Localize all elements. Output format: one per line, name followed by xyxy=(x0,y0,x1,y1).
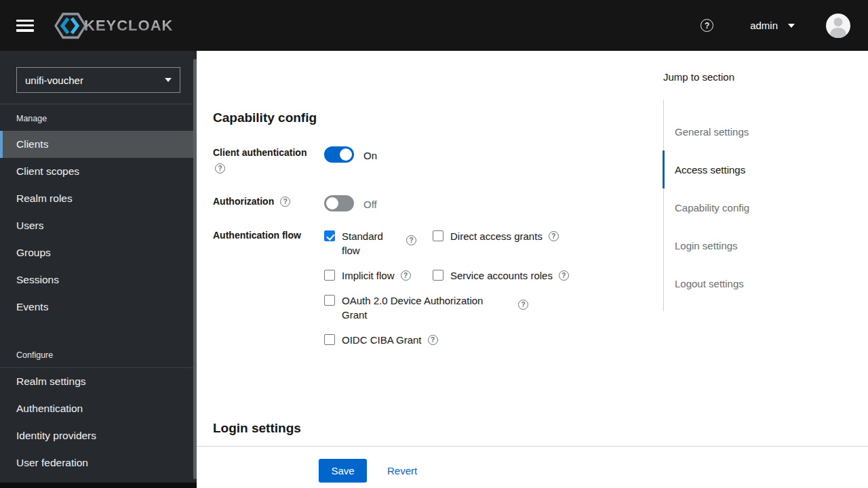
help-icon[interactable]: ? xyxy=(701,19,713,32)
authorization-help-icon[interactable]: ? xyxy=(280,197,290,207)
sidebar-item-users[interactable]: Users xyxy=(0,212,193,239)
sidebar-item-identity-providers[interactable]: Identity providers xyxy=(0,422,193,449)
nav-section-manage: Manage xyxy=(0,104,193,131)
jump-to-section-list: General settings Access settings Capabil… xyxy=(663,100,867,311)
standard-flow-help-icon[interactable]: ? xyxy=(406,235,416,245)
jump-item-access-settings[interactable]: Access settings xyxy=(663,150,867,188)
service-accounts-roles-label[interactable]: Service accounts roles xyxy=(450,268,553,283)
keycloak-logo[interactable]: KEYCLOAK xyxy=(53,11,173,41)
toggle-knob xyxy=(340,148,352,161)
action-bar-divider xyxy=(197,446,868,447)
oidc-ciba-grant-checkbox[interactable] xyxy=(324,334,335,345)
realm-selector-chevron-down-icon xyxy=(165,78,172,82)
login-settings-heading: Login settings xyxy=(213,421,301,436)
oauth-device-grant-checkbox[interactable] xyxy=(324,295,335,306)
sidebar-item-client-scopes[interactable]: Client scopes xyxy=(0,158,193,185)
direct-access-grants-label[interactable]: Direct access grants xyxy=(450,229,542,243)
save-button[interactable]: Save xyxy=(319,459,367,483)
sidebar-item-events[interactable]: Events xyxy=(0,293,193,321)
oauth-device-grant-label[interactable]: OAuth 2.0 Device Authorization Grant xyxy=(342,293,499,322)
flow-option-standard-flow: Standard flow ? xyxy=(324,229,433,258)
oidc-ciba-grant-help-icon[interactable]: ? xyxy=(428,335,438,345)
flow-option-oidc-ciba-grant: OIDC CIBA Grant ? xyxy=(324,333,569,347)
main-content: Capability config Client authentication … xyxy=(197,51,868,488)
authorization-toggle[interactable] xyxy=(324,195,354,211)
sidebar: unifi-voucher Manage Clients Client scop… xyxy=(0,51,197,483)
standard-flow-checkbox[interactable] xyxy=(324,230,335,241)
implicit-flow-help-icon[interactable]: ? xyxy=(401,270,411,281)
client-authentication-state: On xyxy=(363,150,377,161)
revert-button[interactable]: Revert xyxy=(387,465,417,476)
sidebar-item-realm-roles[interactable]: Realm roles xyxy=(0,185,193,212)
realm-selector[interactable]: unifi-voucher xyxy=(16,67,180,93)
flow-option-direct-access-grants: Direct access grants ? xyxy=(433,229,569,243)
masthead: KEYCLOAK ? admin xyxy=(0,0,868,51)
direct-access-grants-help-icon[interactable]: ? xyxy=(549,231,559,241)
client-authentication-help-icon[interactable]: ? xyxy=(215,163,225,174)
service-accounts-roles-help-icon[interactable]: ? xyxy=(559,270,569,281)
client-authentication-label: Client authentication xyxy=(213,147,307,158)
jump-to-section-nav: Jump to section General settings Access … xyxy=(663,71,867,311)
jump-item-general-settings[interactable]: General settings xyxy=(664,113,867,150)
sidebar-item-sessions[interactable]: Sessions xyxy=(0,266,193,293)
sidebar-item-clients[interactable]: Clients xyxy=(0,131,193,158)
capability-config-heading: Capability config xyxy=(213,110,317,125)
sidebar-item-authentication[interactable]: Authentication xyxy=(0,395,193,422)
jump-item-login-settings[interactable]: Login settings xyxy=(664,226,867,264)
avatar[interactable] xyxy=(826,14,850,38)
jump-item-logout-settings[interactable]: Logout settings xyxy=(664,264,867,302)
authentication-flow-options: Standard flow ? Direct access grants ? I… xyxy=(324,229,569,347)
user-menu-chevron-down-icon[interactable] xyxy=(788,24,795,28)
hamburger-menu-icon[interactable] xyxy=(16,20,34,32)
jump-to-section-title: Jump to section xyxy=(663,71,867,83)
realm-selector-value: unifi-voucher xyxy=(25,75,165,86)
sidebar-item-groups[interactable]: Groups xyxy=(0,239,193,266)
standard-flow-label[interactable]: Standard flow xyxy=(342,229,400,258)
implicit-flow-checkbox[interactable] xyxy=(324,270,335,281)
flow-option-implicit-flow: Implicit flow ? xyxy=(324,268,433,283)
oidc-ciba-grant-label[interactable]: OIDC CIBA Grant xyxy=(342,333,422,347)
oauth-device-grant-help-icon[interactable]: ? xyxy=(518,300,528,310)
sidebar-item-user-federation[interactable]: User federation xyxy=(0,449,193,476)
sidebar-nav: Manage Clients Client scopes Realm roles… xyxy=(0,104,193,476)
flow-option-oauth-device-grant: OAuth 2.0 Device Authorization Grant ? xyxy=(324,293,569,322)
sidebar-item-realm-settings[interactable]: Realm settings xyxy=(0,368,193,395)
authentication-flow-label: Authentication flow xyxy=(213,230,301,241)
keycloak-hexagon-icon xyxy=(53,11,88,41)
user-menu-username[interactable]: admin xyxy=(750,20,778,31)
service-accounts-roles-checkbox[interactable] xyxy=(433,270,443,281)
jump-item-capability-config[interactable]: Capability config xyxy=(664,188,867,226)
nav-section-configure: Configure xyxy=(0,341,193,367)
client-authentication-toggle[interactable] xyxy=(324,146,354,163)
toggle-knob xyxy=(326,197,338,209)
brand-text: KEYCLOAK xyxy=(84,17,173,35)
authorization-state: Off xyxy=(363,199,377,210)
avatar-head-icon xyxy=(834,18,843,26)
direct-access-grants-checkbox[interactable] xyxy=(433,230,443,241)
authorization-label: Authorization xyxy=(213,196,274,207)
implicit-flow-label[interactable]: Implicit flow xyxy=(342,268,395,283)
flow-option-service-accounts-roles: Service accounts roles ? xyxy=(433,268,569,283)
avatar-body-icon xyxy=(830,28,846,38)
sidebar-bottom-strip xyxy=(0,483,197,488)
